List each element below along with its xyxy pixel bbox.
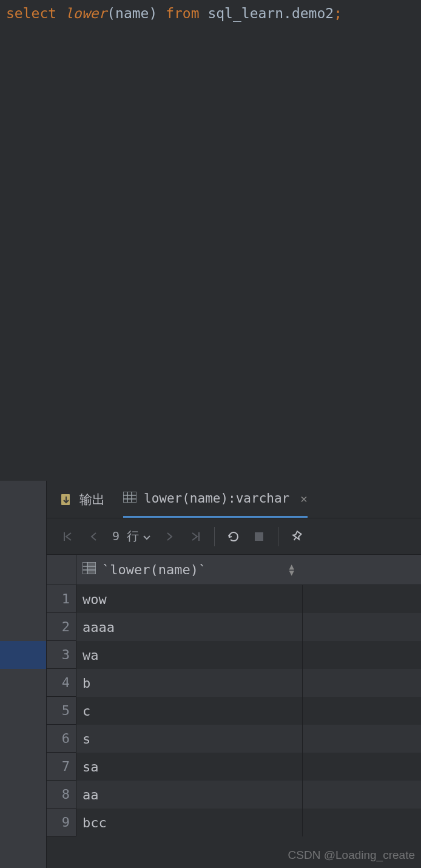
row-number-header[interactable]	[47, 555, 76, 585]
cell-value[interactable]: sa	[76, 753, 303, 781]
dot: .	[283, 5, 292, 21]
toolbar-divider-2	[278, 527, 278, 546]
cell-value[interactable]: wa	[76, 641, 303, 669]
results-panel: 输出 lower(name):varchar ✕ 9 行	[0, 481, 421, 868]
paren-open: (	[107, 5, 115, 21]
row-number: 2	[47, 613, 76, 641]
sql-editor[interactable]: select lower(name) from sql_learn.demo2;	[0, 0, 421, 449]
row-number: 3	[47, 641, 76, 669]
keyword-select: select	[6, 5, 56, 21]
svg-rect-2	[123, 492, 136, 503]
cell-value[interactable]: wow	[76, 585, 303, 613]
table-name: demo2	[292, 5, 334, 21]
table-row[interactable]: 6s	[47, 725, 421, 753]
cell-value[interactable]: bcc	[76, 809, 303, 836]
cell-value[interactable]: aa	[76, 781, 303, 809]
row-count-selector[interactable]: 9 行	[106, 528, 157, 544]
output-icon	[60, 493, 72, 506]
function-lower: lower	[65, 5, 107, 21]
cell-value[interactable]: aaaa	[76, 613, 303, 641]
next-page-button[interactable]	[157, 524, 183, 549]
column-header-label: `lower(name)`	[102, 562, 206, 577]
last-page-button[interactable]	[183, 524, 208, 549]
watermark: CSDN @Loading_create	[288, 849, 415, 862]
cell-value[interactable]: b	[76, 669, 303, 697]
stop-button[interactable]	[246, 524, 272, 549]
chevron-down-icon	[143, 529, 151, 544]
table-row[interactable]: 2aaaa	[47, 613, 421, 641]
tab-output[interactable]: 输出	[60, 491, 105, 508]
cell-value[interactable]: s	[76, 725, 303, 753]
cell-value[interactable]: c	[76, 697, 303, 725]
gutter-highlight	[0, 641, 46, 669]
results-content: 输出 lower(name):varchar ✕ 9 行	[46, 481, 421, 868]
row-number: 7	[47, 753, 76, 781]
row-number: 1	[47, 585, 76, 613]
row-number: 4	[47, 669, 76, 697]
prev-page-button[interactable]	[81, 524, 106, 549]
sort-icon[interactable]: ▲▼	[289, 564, 297, 576]
first-page-button[interactable]	[55, 524, 81, 549]
table-icon	[123, 491, 136, 506]
table-row[interactable]: 5c	[47, 697, 421, 725]
keyword-from: from	[166, 5, 199, 21]
row-number: 8	[47, 781, 76, 809]
results-toolbar: 9 行	[47, 518, 421, 555]
svg-rect-9	[255, 532, 263, 541]
left-gutter	[0, 481, 46, 868]
semicolon: ;	[334, 5, 342, 21]
table-row[interactable]: 9bcc	[47, 809, 421, 836]
column-name: name	[115, 5, 149, 21]
toolbar-divider	[214, 527, 215, 546]
row-number: 6	[47, 725, 76, 753]
table-row[interactable]: 7sa	[47, 753, 421, 781]
close-icon[interactable]: ✕	[300, 492, 307, 505]
table-row[interactable]: 3wa	[47, 641, 421, 669]
table-body: 1wow 2aaaa 3wa 4b 5c 6s 7sa 8aa 9bcc	[47, 585, 421, 836]
tab-output-label: 输出	[79, 491, 105, 508]
schema-name: sql_learn	[207, 5, 283, 21]
tab-result-label: lower(name):varchar	[144, 491, 289, 506]
row-number: 9	[47, 809, 76, 836]
column-type-icon	[83, 562, 96, 577]
reload-button[interactable]	[221, 524, 246, 549]
row-number: 5	[47, 697, 76, 725]
paren-close: )	[149, 5, 157, 21]
tab-result[interactable]: lower(name):varchar ✕	[123, 481, 308, 518]
table-row[interactable]: 8aa	[47, 781, 421, 809]
panel-splitter[interactable]	[0, 449, 421, 481]
svg-rect-14	[87, 562, 96, 574]
row-count-label: 9 行	[112, 528, 139, 544]
table-row[interactable]: 4b	[47, 669, 421, 697]
table-header-row: `lower(name)` ▲▼	[47, 555, 421, 585]
pin-button[interactable]	[285, 524, 310, 549]
column-header-lower-name[interactable]: `lower(name)` ▲▼	[76, 555, 303, 585]
results-tabs: 输出 lower(name):varchar ✕	[47, 481, 421, 518]
table-row[interactable]: 1wow	[47, 585, 421, 613]
